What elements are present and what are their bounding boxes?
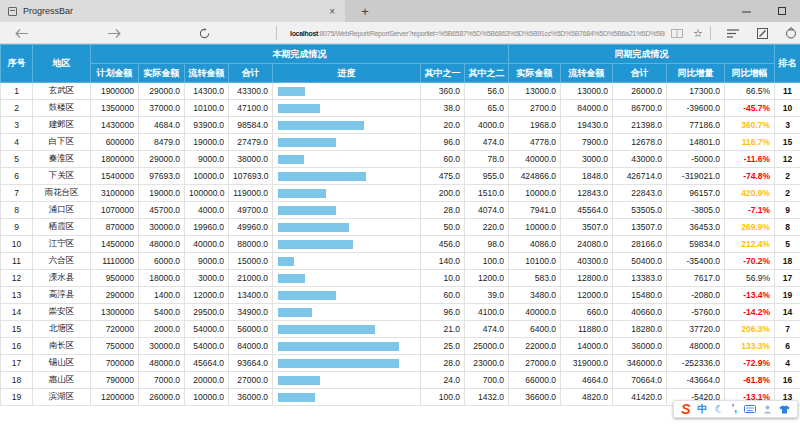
cell-plan: 950000	[91, 270, 139, 287]
progress-bar	[278, 189, 326, 198]
ime-toolbar[interactable]: S 中 ☾ ’,	[673, 400, 798, 418]
cell-yoy-rate: -11.6%	[725, 151, 775, 168]
share-icon[interactable]	[782, 22, 800, 44]
cell-rank: 7	[775, 321, 800, 338]
cell-seq: 9	[1, 219, 33, 236]
url-path: :8075/WebReport/ReportServer?reportlet=%…	[318, 30, 665, 37]
cell-plan: 870000	[91, 219, 139, 236]
header-group-same: 同期完成情况	[509, 45, 775, 64]
cell-rank: 17	[775, 270, 800, 287]
table-row: 4白下区6000008479.019000.027479.096.0474.04…	[1, 134, 800, 151]
cell-plan: 790000	[91, 372, 139, 389]
cell-progress	[273, 355, 421, 372]
cell-yoy-rate: -13.4%	[725, 287, 775, 304]
user-icon[interactable]	[763, 405, 772, 414]
cell-rank: 4	[775, 355, 800, 372]
cell-total: 49700.0	[229, 202, 273, 219]
punctuation-toggle-icon[interactable]: ’,	[731, 404, 737, 414]
cell-transfer: 3000.0	[185, 270, 229, 287]
cell-progress	[273, 321, 421, 338]
header-yoy-rate: 同比增幅	[725, 64, 775, 83]
hub-icon[interactable]	[724, 22, 742, 44]
cell-total2: 41420.0	[613, 389, 667, 406]
cell-yoy-delta: -2080.0	[667, 287, 725, 304]
cell-transfer2: 1848.0	[561, 168, 613, 185]
cell-total: 27000.0	[229, 372, 273, 389]
new-tab-button[interactable]: +	[345, 0, 385, 22]
cell-actual2: 10000.0	[509, 185, 561, 202]
cell-part1: 200.0	[421, 185, 465, 202]
cell-region: 下关区	[33, 168, 91, 185]
cell-transfer: 19000.0	[185, 134, 229, 151]
reading-view-icon[interactable]	[668, 22, 686, 44]
cell-progress	[273, 185, 421, 202]
cell-part1: 21.0	[421, 321, 465, 338]
cell-yoy-rate: -61.8%	[725, 372, 775, 389]
cell-transfer: 29500.0	[185, 304, 229, 321]
table-row: 18惠山区7900007000.020000.027000.024.0700.0…	[1, 372, 800, 389]
maximize-button[interactable]	[764, 7, 800, 15]
keyboard-icon[interactable]	[744, 405, 756, 413]
cell-region: 滨湖区	[33, 389, 91, 406]
browser-tab[interactable]: ProgressBar ×	[0, 0, 345, 22]
cell-yoy-rate: 420.9%	[725, 185, 775, 202]
progress-bar	[278, 87, 305, 96]
refresh-button[interactable]	[195, 22, 213, 44]
cell-transfer2: 13000.0	[561, 83, 613, 100]
cell-rank: 8	[775, 219, 800, 236]
cell-actual2: 10000.0	[509, 219, 561, 236]
forward-button[interactable]	[105, 22, 123, 44]
cell-yoy-delta: 96157.0	[667, 185, 725, 202]
cell-progress	[273, 83, 421, 100]
cell-actual: 18000.0	[139, 270, 185, 287]
tab-close-icon[interactable]: ×	[327, 6, 337, 17]
cell-total: 98584.0	[229, 117, 273, 134]
cell-total: 107693.0	[229, 168, 273, 185]
moon-icon[interactable]: ☾	[715, 404, 725, 415]
cell-seq: 6	[1, 168, 33, 185]
cell-actual: 4684.0	[139, 117, 185, 134]
cell-part2: 4074.0	[465, 202, 509, 219]
cell-part1: 60.0	[421, 151, 465, 168]
cell-transfer: 9000.0	[185, 151, 229, 168]
cell-seq: 12	[1, 270, 33, 287]
cell-part2: 100.0	[465, 253, 509, 270]
cell-actual: 2000.0	[139, 321, 185, 338]
address-bar[interactable]: localhost:8075/WebReport/ReportServer?re…	[290, 22, 665, 44]
cell-yoy-rate: 133.3%	[725, 338, 775, 355]
cell-plan: 720000	[91, 321, 139, 338]
cell-actual2: 22000.0	[509, 338, 561, 355]
toolbar-divider	[276, 26, 277, 40]
favorites-star-icon[interactable]: ☆	[690, 22, 706, 44]
browser-tab-bar: ProgressBar × +	[0, 0, 800, 22]
cell-rank: 19	[775, 287, 800, 304]
table-row: 3建邺区14300004684.093900.098584.020.04000.…	[1, 117, 800, 134]
cell-yoy-rate: -70.2%	[725, 253, 775, 270]
header-progress: 进度	[273, 64, 421, 83]
sogou-logo-icon[interactable]: S	[681, 402, 690, 416]
cell-region: 浦口区	[33, 202, 91, 219]
cell-total2: 13507.0	[613, 219, 667, 236]
ime-language-toggle[interactable]: 中	[698, 404, 708, 414]
cell-region: 雨花台区	[33, 185, 91, 202]
web-note-icon[interactable]	[753, 22, 771, 44]
cell-transfer2: 12800.0	[561, 270, 613, 287]
progress-bar	[278, 172, 366, 181]
cell-transfer: 54000.0	[185, 321, 229, 338]
cell-part1: 475.0	[421, 168, 465, 185]
cell-total: 15000.0	[229, 253, 273, 270]
cell-total2: 70664.0	[613, 372, 667, 389]
cell-transfer: 12000.0	[185, 287, 229, 304]
cell-yoy-rate: -45.7%	[725, 100, 775, 117]
progress-bar	[278, 121, 364, 130]
progress-bar	[278, 138, 336, 147]
minimize-button[interactable]	[728, 7, 764, 16]
cell-yoy-rate: 206.3%	[725, 321, 775, 338]
cell-yoy-delta: -252336.0	[667, 355, 725, 372]
cell-part1: 20.0	[421, 117, 465, 134]
cell-region: 崇安区	[33, 304, 91, 321]
cell-part2: 1200.0	[465, 270, 509, 287]
skin-shirt-icon[interactable]	[779, 405, 790, 414]
cell-plan: 600000	[91, 134, 139, 151]
back-button[interactable]	[12, 22, 30, 44]
